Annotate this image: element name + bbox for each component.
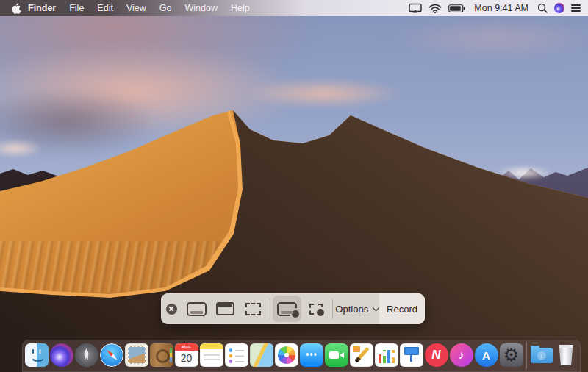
toolbar-divider: [332, 299, 333, 318]
dock-item-numbers[interactable]: [374, 343, 399, 368]
options-dropdown[interactable]: Options: [335, 293, 379, 324]
facetime-icon: [325, 343, 348, 367]
dock-item-maps[interactable]: [249, 343, 274, 368]
dock-item-notes[interactable]: [199, 343, 224, 368]
menu-bar-clock[interactable]: Mon 9:41 AM: [472, 3, 531, 13]
dock-item-contacts[interactable]: [149, 343, 174, 368]
capture-selected-window-button[interactable]: [211, 296, 240, 322]
dock-item-app-store[interactable]: A: [474, 343, 499, 368]
launchpad-icon: [75, 343, 98, 367]
apple-menu[interactable]: [7, 3, 25, 14]
desktop: Finder File Edit View Go Window Help: [0, 0, 588, 372]
toolbar-divider: [270, 299, 270, 318]
dock-item-reminders[interactable]: [224, 343, 249, 368]
menu-item-file[interactable]: File: [62, 0, 90, 16]
close-icon: [166, 304, 177, 315]
options-label: Options: [335, 304, 368, 315]
news-icon: N: [425, 343, 448, 367]
dock-item-downloads[interactable]: ↓: [529, 343, 554, 368]
screenshot-toolbar: Options Record: [161, 293, 425, 324]
dock-item-photos[interactable]: [274, 343, 299, 368]
calendar-day: 20: [175, 351, 198, 366]
wifi-icon[interactable]: [429, 0, 442, 16]
capture-selection-icon: [245, 303, 261, 315]
cloud: [243, 78, 404, 109]
apple-logo-icon: [12, 3, 21, 14]
record-screen-icon: [277, 302, 297, 316]
calendar-month: AUG: [175, 343, 198, 351]
record-selection-icon: [309, 304, 323, 315]
maps-icon: [250, 343, 273, 367]
dock-item-mail[interactable]: [124, 343, 149, 368]
menu-item-view[interactable]: View: [120, 0, 153, 16]
dock-item-itunes[interactable]: ♪: [449, 343, 474, 368]
dock-item-facetime[interactable]: [324, 343, 349, 368]
record-selected-portion-button[interactable]: [301, 296, 330, 322]
numbers-icon: [375, 343, 398, 367]
record-label: Record: [387, 304, 417, 315]
siri-icon[interactable]: [554, 0, 564, 16]
siri-app-icon: [50, 343, 74, 367]
dock-item-pages[interactable]: [349, 343, 374, 368]
menu-item-help[interactable]: Help: [224, 0, 257, 16]
menu-item-window[interactable]: Window: [178, 0, 223, 16]
menu-bar-left: Finder File Edit View Go Window Help: [7, 0, 257, 16]
calendar-icon: AUG 20: [175, 343, 198, 367]
app-store-icon: A: [475, 343, 498, 367]
capture-window-icon: [216, 302, 234, 315]
menu-item-app[interactable]: Finder: [25, 0, 62, 16]
dock-item-finder[interactable]: [24, 343, 49, 368]
photos-icon: [275, 343, 298, 367]
menu-item-go[interactable]: Go: [153, 0, 179, 16]
airplay-display-icon[interactable]: [409, 0, 422, 16]
mail-icon: [125, 343, 148, 367]
close-button[interactable]: [161, 304, 182, 315]
download-arrow-icon: ↓: [537, 351, 546, 360]
cloud: [382, 18, 588, 59]
messages-icon: [300, 343, 323, 367]
record-entire-screen-button[interactable]: [273, 296, 301, 322]
dock-item-system-preferences[interactable]: ⚙: [499, 343, 524, 368]
battery-icon[interactable]: [448, 0, 465, 16]
dock-divider: [526, 342, 527, 368]
contacts-icon: [150, 343, 173, 367]
capture-selected-portion-button[interactable]: [240, 296, 268, 322]
system-preferences-icon: ⚙: [500, 343, 523, 367]
dock-item-safari[interactable]: [99, 343, 124, 368]
dock-item-messages[interactable]: [299, 343, 324, 368]
spotlight-search-icon[interactable]: [537, 0, 548, 16]
itunes-icon: ♪: [450, 343, 473, 367]
dock-item-calendar[interactable]: AUG 20: [174, 343, 199, 368]
dock-item-siri[interactable]: [49, 343, 74, 368]
record-button[interactable]: Record: [379, 293, 425, 324]
downloads-folder-icon: ↓: [530, 343, 553, 367]
dock-item-launchpad[interactable]: [74, 343, 99, 368]
finder-icon: [25, 343, 49, 367]
dock: AUG 20 N ♪ A ⚙ ↓: [22, 340, 581, 372]
safari-icon: [100, 343, 123, 367]
capture-screen-icon: [187, 302, 207, 316]
capture-entire-screen-button[interactable]: [182, 296, 211, 322]
dock-item-trash[interactable]: [554, 343, 579, 368]
dock-item-news[interactable]: N: [424, 343, 449, 368]
menu-bar: Finder File Edit View Go Window Help: [0, 0, 588, 16]
menu-item-edit[interactable]: Edit: [90, 0, 120, 16]
notification-center-icon[interactable]: [571, 0, 581, 16]
pages-icon: [350, 343, 373, 367]
trash-icon: [555, 343, 578, 367]
menu-bar-status: Mon 9:41 AM: [409, 0, 581, 16]
dock-item-keynote[interactable]: [399, 343, 424, 368]
keynote-icon: [400, 343, 423, 367]
reminders-icon: [225, 343, 248, 367]
notes-icon: [200, 343, 223, 367]
